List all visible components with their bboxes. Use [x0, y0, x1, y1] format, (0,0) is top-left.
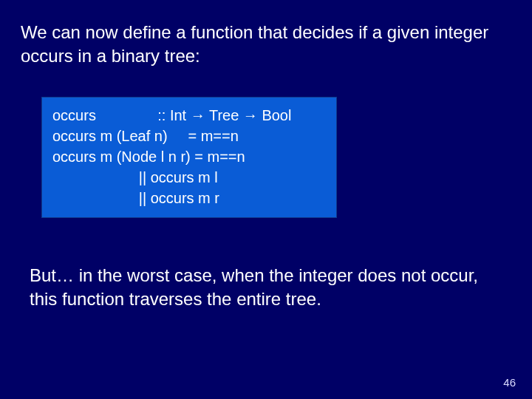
- page-number: 46: [503, 376, 516, 389]
- code-line-5: || occurs m r: [52, 188, 326, 208]
- outro-text: But… in the worst case, when the integer…: [30, 264, 502, 312]
- code-block: occurs :: Int → Tree → Bool occurs m (Le…: [41, 97, 337, 218]
- intro-text: We can now define a function that decide…: [21, 21, 511, 69]
- code-line-3: occurs m (Node l n r) = m==n: [52, 146, 326, 167]
- slide: We can now define a function that decide…: [0, 0, 532, 399]
- code-line-2: occurs m (Leaf n) = m==n: [52, 126, 326, 146]
- code-line-4: || occurs m l: [52, 167, 326, 188]
- code-line-1: occurs :: Int → Tree → Bool: [52, 105, 326, 126]
